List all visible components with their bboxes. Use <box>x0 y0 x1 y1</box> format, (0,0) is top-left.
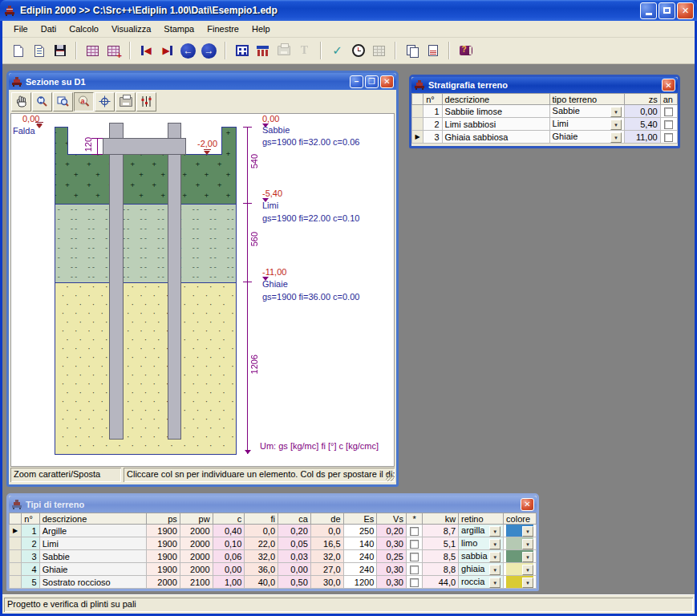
cell-zs[interactable]: 11,00 <box>624 131 660 144</box>
dropdown-button[interactable]: ▼ <box>489 552 500 562</box>
col-header[interactable]: n° <box>22 513 39 525</box>
cell-de[interactable]: 16,5 <box>310 537 343 550</box>
tipi-titlebar[interactable]: Tipi di terreno ✕ <box>9 496 537 513</box>
cell-kw[interactable]: 8,5 <box>423 550 459 563</box>
cell-retino[interactable]: ghiaia▼ <box>459 563 504 576</box>
col-header[interactable]: n° <box>423 94 442 105</box>
checkbox[interactable] <box>410 565 419 574</box>
cell-ca[interactable]: 0,50 <box>278 576 311 589</box>
table-data-button[interactable] <box>83 42 102 60</box>
copy-pages-button[interactable] <box>403 42 421 60</box>
col-header[interactable]: ps <box>147 513 180 525</box>
cell-descrizione[interactable]: Ghiaie <box>39 563 146 576</box>
cell-Vs[interactable]: 0,30 <box>377 576 407 589</box>
dropdown-button[interactable]: ▼ <box>489 526 500 537</box>
zoom-window-button[interactable] <box>53 92 73 111</box>
cell-colore[interactable]: ▼ <box>504 525 537 537</box>
cell-descrizione[interactable]: Argille <box>39 525 146 537</box>
col-header[interactable]: an <box>660 94 677 105</box>
close-button[interactable]: ✕ <box>677 2 694 19</box>
cell-numero[interactable]: 4 <box>22 563 39 576</box>
col-header[interactable]: pw <box>180 513 213 525</box>
cell-descrizione[interactable]: Limi <box>39 537 146 550</box>
cell-an[interactable] <box>660 118 677 131</box>
cell-pw[interactable]: 2000 <box>180 563 213 576</box>
open-file-button[interactable] <box>30 42 48 60</box>
cell-descrizione[interactable]: Sabbiie limose <box>442 105 549 118</box>
cell-flag[interactable] <box>406 537 422 550</box>
menu-calcolo[interactable]: Calcolo <box>63 22 105 35</box>
dropdown-button[interactable]: ▼ <box>610 120 622 130</box>
cell-descrizione[interactable]: Sabbie <box>39 550 146 563</box>
maximize-button[interactable] <box>659 2 675 19</box>
cell-flag[interactable] <box>406 550 422 563</box>
cell-Es[interactable]: 240 <box>343 550 377 563</box>
tipi-close-button[interactable]: ✕ <box>521 498 534 511</box>
stratigrafia-titlebar[interactable]: Stratigrafia terreno ✕ <box>411 77 678 93</box>
cell-de[interactable]: 30,0 <box>310 576 343 589</box>
cell-kw[interactable]: 8,7 <box>423 525 459 537</box>
cell-ps[interactable]: 1900 <box>147 525 180 537</box>
cell-numero[interactable]: 1 <box>22 525 39 537</box>
checkbox[interactable] <box>664 107 673 116</box>
sezione-titlebar[interactable]: Sezione su D1 – ❒ ✕ <box>9 73 396 90</box>
cell-numero[interactable]: 2 <box>22 537 39 550</box>
color-swatch[interactable]: ▼ <box>506 537 533 549</box>
menu-visualizza[interactable]: Visualizza <box>105 22 157 35</box>
row-selector[interactable] <box>10 537 22 550</box>
cell-tipo-terreno[interactable]: Ghiaie▼ <box>549 131 624 144</box>
cell-retino[interactable]: roccia▼ <box>459 576 504 589</box>
col-header[interactable]: zs <box>624 94 660 105</box>
cell-numero[interactable]: 2 <box>423 118 442 131</box>
new-file-button[interactable] <box>9 42 27 60</box>
cell-flag[interactable] <box>406 576 422 589</box>
col-header[interactable]: * <box>406 513 422 525</box>
cell-Vs[interactable]: 0,30 <box>377 563 407 576</box>
cell-fi[interactable]: 32,0 <box>245 550 278 563</box>
col-header[interactable]: Es <box>343 513 377 525</box>
cell-kw[interactable]: 5,1 <box>423 537 459 550</box>
minimize-button[interactable] <box>640 2 657 19</box>
cell-pw[interactable]: 2000 <box>180 550 213 563</box>
sezione-minimize-button[interactable]: – <box>350 75 363 88</box>
cell-flag[interactable] <box>406 525 422 537</box>
cell-de[interactable]: 0,0 <box>310 525 343 537</box>
cell-kw[interactable]: 8,8 <box>423 563 459 576</box>
cell-pw[interactable]: 2000 <box>180 525 213 537</box>
stratigrafia-close-button[interactable]: ✕ <box>662 79 675 91</box>
cell-retino[interactable]: argilla▼ <box>459 525 504 537</box>
checkbox[interactable] <box>410 540 419 549</box>
color-swatch[interactable]: ▼ <box>506 525 533 537</box>
pan-hand-button[interactable] <box>11 92 31 111</box>
cell-colore[interactable]: ▼ <box>504 537 537 550</box>
dropdown-button[interactable]: ▼ <box>610 132 622 143</box>
cell-colore[interactable]: ▼ <box>504 576 537 589</box>
cell-retino[interactable]: limo▼ <box>459 537 504 550</box>
cell-fi[interactable]: 40,0 <box>245 576 278 589</box>
cell-colore[interactable]: ▼ <box>504 550 537 563</box>
col-header[interactable]: colore <box>504 513 537 525</box>
first-record-button[interactable]: ◀ <box>137 42 156 60</box>
dropdown-button[interactable]: ▼ <box>522 526 533 537</box>
checkbox[interactable] <box>410 527 419 536</box>
cell-de[interactable]: 32,0 <box>310 550 343 563</box>
cell-tipo-terreno[interactable]: Sabbie▼ <box>549 105 624 118</box>
calculate-button[interactable] <box>349 42 367 60</box>
cell-zs[interactable]: 0,00 <box>624 105 660 118</box>
cell-numero[interactable]: 1 <box>423 105 442 118</box>
cell-Es[interactable]: 140 <box>343 537 377 550</box>
cell-an[interactable] <box>660 105 677 118</box>
last-record-button[interactable]: ▶ <box>158 42 176 60</box>
col-header[interactable]: tipo terreno <box>549 94 624 105</box>
cell-descrizione[interactable]: Sostrato roccioso <box>39 576 146 589</box>
cell-ca[interactable]: 0,20 <box>278 525 311 537</box>
zoom-dynamic-button[interactable] <box>32 92 52 111</box>
row-selector[interactable] <box>10 550 22 563</box>
row-selector[interactable] <box>10 563 22 576</box>
cell-Es[interactable]: 250 <box>343 525 377 537</box>
cell-Es[interactable]: 1200 <box>343 576 377 589</box>
menu-file[interactable]: File <box>7 22 34 35</box>
col-header[interactable]: fi <box>245 513 278 525</box>
cell-kw[interactable]: 44,0 <box>423 576 459 589</box>
dropdown-button[interactable]: ▼ <box>489 578 500 588</box>
